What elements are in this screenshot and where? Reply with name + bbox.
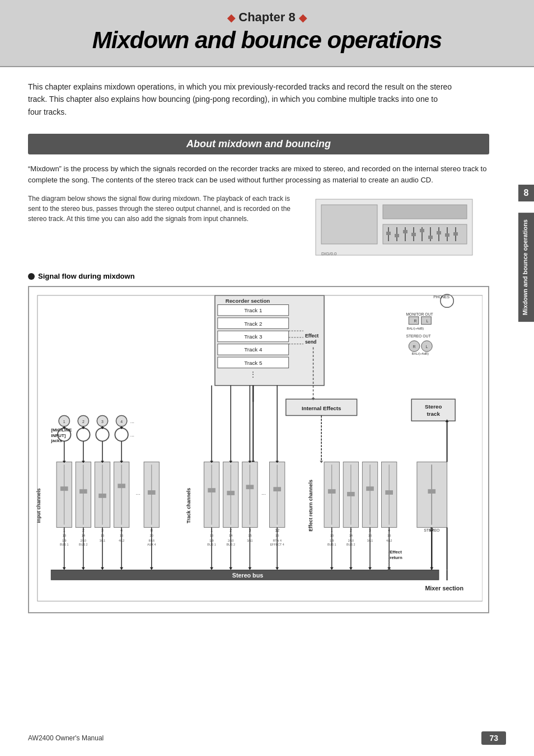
svg-rect-76 [99, 494, 106, 498]
svg-rect-121 [246, 485, 254, 490]
two-col-layout: The diagram below shows the signal flow … [28, 194, 489, 263]
svg-rect-87 [148, 491, 156, 495]
svg-text:return: return [390, 556, 402, 561]
svg-rect-111 [208, 489, 216, 493]
device-image-svg: DIG/0.0 [310, 194, 478, 261]
svg-rect-1 [321, 205, 377, 244]
svg-point-207 [77, 428, 90, 441]
page-footer: AW2400 Owner's Manual 73 [0, 731, 534, 745]
svg-text:Track 2: Track 2 [244, 321, 262, 327]
footer-page-number: 73 [481, 731, 506, 745]
svg-text:4: 4 [120, 420, 123, 424]
body-text-1: “Mixdown” is the process by which the si… [28, 163, 489, 186]
chapter-label: ◆ Chapter 8 ◆ [22, 10, 512, 25]
diagram-svg: Recorder section Track 1 Track 2 Track 3… [35, 293, 483, 604]
col-text-paragraph: The diagram below shows the signal flow … [28, 194, 299, 224]
svg-text:DIG/0.0: DIG/0.0 [321, 251, 337, 256]
svg-rect-71 [79, 490, 87, 494]
svg-text:Track channels: Track channels [186, 488, 191, 523]
col-image-right: DIG/0.0 [310, 194, 489, 263]
svg-marker-142 [248, 567, 251, 570]
svg-rect-116 [227, 491, 235, 496]
svg-rect-18 [428, 236, 433, 239]
svg-text:Track 5: Track 5 [244, 360, 263, 366]
svg-text:[MIC/LINE: [MIC/LINE [51, 428, 72, 433]
svg-text:3: 3 [101, 420, 104, 424]
svg-rect-21 [453, 232, 458, 236]
svg-text:...: ... [135, 490, 140, 496]
main-content: This chapter explains mixdown operations… [0, 67, 534, 627]
svg-text:Effect: Effect [390, 550, 402, 555]
svg-text:...: ... [130, 419, 134, 425]
svg-marker-101 [82, 567, 85, 570]
diamond-right: ◆ [299, 12, 307, 24]
svg-text:Internal Effects: Internal Effects [302, 405, 341, 411]
svg-rect-16 [411, 233, 416, 236]
chapter-title: Mixdown and bounce operations [22, 27, 512, 54]
svg-marker-138 [210, 567, 213, 570]
svg-marker-99 [63, 567, 66, 570]
svg-rect-20 [445, 233, 449, 237]
svg-rect-19 [437, 231, 441, 234]
svg-marker-103 [101, 567, 104, 570]
svg-rect-2 [383, 205, 467, 219]
svg-text:STEREO OUT: STEREO OUT [406, 334, 430, 338]
recorder-section-label: Recorder section [226, 298, 270, 304]
svg-rect-46 [411, 400, 455, 421]
svg-text:Effect return channels: Effect return channels [308, 480, 313, 532]
section-heading-mixdown: About mixdown and bouncing [28, 134, 489, 154]
svg-text:Stereo bus: Stereo bus [232, 572, 263, 579]
footer-manual-text: AW2400 Owner's Manual [28, 734, 104, 742]
svg-rect-148 [328, 490, 336, 494]
svg-text:2: 2 [82, 420, 85, 424]
svg-text:L: L [427, 319, 429, 323]
svg-rect-158 [366, 487, 374, 491]
svg-rect-66 [60, 487, 68, 491]
svg-point-209 [115, 428, 128, 441]
svg-text:⋮: ⋮ [249, 371, 257, 379]
svg-rect-17 [420, 229, 424, 232]
svg-text:Effect: Effect [305, 333, 318, 339]
svg-text:MONITOR OUT: MONITOR OUT [406, 312, 433, 316]
svg-marker-140 [229, 567, 232, 570]
chapter-number-tab: 8 [518, 185, 534, 201]
svg-rect-153 [347, 492, 355, 497]
svg-rect-13 [386, 232, 391, 235]
svg-rect-14 [395, 234, 399, 237]
svg-marker-107 [150, 567, 153, 570]
svg-text:Track 3: Track 3 [244, 334, 262, 340]
svg-text:Input channels: Input channels [36, 489, 41, 523]
svg-text:Stereo: Stereo [425, 403, 442, 410]
diamond-left: ◆ [227, 12, 235, 24]
intro-paragraph: This chapter explains mixdown operations… [28, 81, 453, 118]
svg-point-208 [96, 428, 109, 441]
svg-text:BAL/(+4dB): BAL/(+4dB) [407, 327, 424, 331]
svg-text:Mixer section: Mixer section [425, 585, 463, 591]
svg-text:R: R [413, 345, 416, 349]
signal-flow-diagram: Recorder section Track 1 Track 2 Track 3… [28, 286, 489, 613]
bullet-icon [28, 273, 35, 280]
svg-marker-177 [368, 567, 372, 570]
svg-text:L: L [426, 345, 428, 349]
svg-text:...: ... [130, 432, 134, 438]
svg-marker-175 [349, 567, 353, 570]
svg-marker-105 [120, 567, 123, 570]
signal-flow-heading: Signal flow during mixdown [28, 272, 489, 280]
svg-text:1: 1 [63, 420, 65, 424]
svg-text:Track 1: Track 1 [244, 308, 262, 314]
svg-rect-183 [428, 490, 435, 494]
page-header: ◆ Chapter 8 ◆ Mixdown and bounce operati… [0, 0, 534, 67]
svg-rect-163 [385, 491, 393, 495]
svg-text:send: send [305, 339, 316, 345]
svg-text:INPUT]: INPUT] [51, 433, 65, 438]
svg-text:track: track [427, 411, 441, 417]
svg-marker-144 [275, 567, 279, 570]
svg-marker-173 [330, 567, 334, 570]
svg-rect-15 [403, 230, 407, 233]
svg-text:Track 4: Track 4 [244, 347, 263, 353]
svg-rect-127 [273, 487, 281, 492]
svg-text:R: R [414, 319, 417, 323]
svg-text:jacks: jacks [50, 439, 62, 444]
chapter-side-tab: Mixdown and bounce operations [518, 213, 534, 322]
svg-rect-81 [118, 484, 125, 489]
